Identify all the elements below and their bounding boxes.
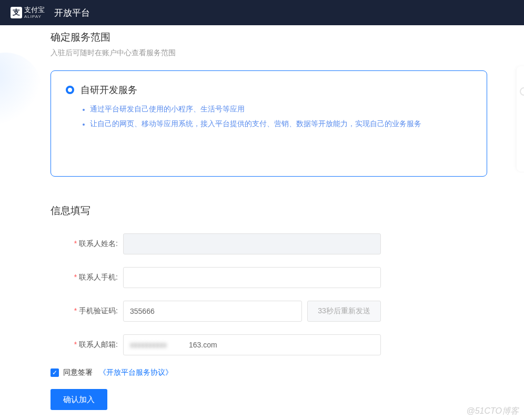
name-label: 联系人姓名: bbox=[79, 239, 118, 248]
service-bullet: 让自己的网页、移动等应用系统，接入平台提供的支付、营销、数据等开放能力，实现自己… bbox=[83, 119, 472, 129]
service-bullet: 通过平台研发自己使用的小程序、生活号等应用 bbox=[83, 105, 472, 114]
email-label: 联系人邮箱: bbox=[79, 340, 118, 349]
resend-code-button: 33秒后重新发送 bbox=[307, 301, 381, 322]
logo-subtext: ALIPAY bbox=[24, 14, 45, 19]
name-input[interactable] bbox=[123, 233, 381, 254]
email-suffix: 163.com bbox=[189, 341, 217, 349]
radio-selected-icon[interactable] bbox=[66, 86, 74, 94]
form-row-code: *手机验证码: 33秒后重新发送 bbox=[51, 301, 509, 322]
agree-text: 同意签署 bbox=[63, 368, 93, 377]
form-title: 信息填写 bbox=[51, 204, 509, 218]
scope-subtitle: 入驻后可随时在账户中心查看服务范围 bbox=[51, 48, 509, 58]
agreement-link[interactable]: 《开放平台服务协议》 bbox=[99, 368, 173, 377]
scope-title: 确定服务范围 bbox=[51, 30, 509, 44]
service-option-label: 自研开发服务 bbox=[80, 84, 137, 96]
watermark: @51CTO博客 bbox=[466, 406, 519, 417]
logo-text: 支付宝 bbox=[24, 6, 45, 14]
agree-checkbox[interactable]: ✓ bbox=[51, 368, 59, 377]
service-option-card[interactable]: 自研开发服务 通过平台研发自己使用的小程序、生活号等应用 让自己的网页、移动等应… bbox=[51, 70, 487, 177]
form-row-phone: *联系人手机: bbox=[51, 267, 509, 288]
phone-input[interactable] bbox=[123, 267, 381, 288]
phone-label: 联系人手机: bbox=[79, 273, 118, 281]
form-row-name: *联系人姓名: bbox=[51, 233, 509, 254]
side-option-card[interactable] bbox=[517, 66, 524, 171]
form-row-email: *联系人邮箱: xxxxxxxxxx163.com bbox=[51, 334, 509, 355]
alipay-logo: 支 支付宝 ALIPAY bbox=[11, 6, 45, 18]
radio-unselected-icon bbox=[520, 87, 524, 96]
code-input[interactable] bbox=[123, 301, 302, 322]
agree-row: ✓ 同意签署 《开放平台服务协议》 bbox=[51, 368, 509, 377]
code-label: 手机验证码: bbox=[79, 306, 118, 315]
logo-icon: 支 bbox=[11, 7, 22, 18]
email-input[interactable]: xxxxxxxxxx163.com bbox=[123, 334, 381, 355]
submit-button[interactable]: 确认加入 bbox=[51, 389, 107, 410]
platform-title: 开放平台 bbox=[54, 7, 90, 19]
service-bullet-list: 通过平台研发自己使用的小程序、生活号等应用 让自己的网页、移动等应用系统，接入平… bbox=[66, 105, 472, 129]
top-header: 支 支付宝 ALIPAY 开放平台 bbox=[0, 0, 524, 25]
